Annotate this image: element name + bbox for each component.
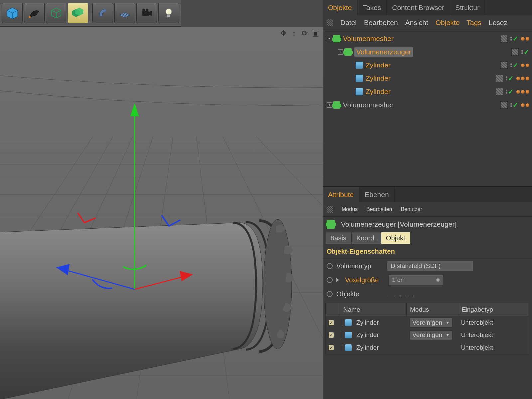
tree-expander-icon[interactable]: - <box>327 36 332 41</box>
svg-point-14 <box>146 9 148 11</box>
row-checkbox[interactable]: ✓ <box>328 332 334 338</box>
tree-expander-icon[interactable]: + <box>327 102 332 108</box>
tag-icon[interactable] <box>521 90 525 94</box>
tree-node-label[interactable]: Zylinder <box>366 61 391 69</box>
cylinder-icon <box>345 319 352 326</box>
tag-icon[interactable] <box>526 37 529 41</box>
tag-icon[interactable] <box>526 64 529 67</box>
attr-menu-bearbeiten[interactable]: Bearbeiten <box>366 206 392 212</box>
viewport-perspective[interactable]: ✥ ↕ ⟳ ▣ <box>0 27 323 399</box>
input-voxelgroesse[interactable]: 1 cm <box>388 275 443 285</box>
th-eingabetyp[interactable]: Eingabetyp <box>458 303 529 316</box>
row-object-name: Zylinder <box>356 332 379 339</box>
tree-node-label[interactable]: Volumenmesher <box>343 35 394 43</box>
menu-objekte[interactable]: Objekte <box>435 19 459 27</box>
tab-takes[interactable]: Takes <box>357 0 387 15</box>
subtab-basis[interactable]: Basis <box>325 232 351 244</box>
tag-icon[interactable] <box>526 77 529 80</box>
row-checkbox[interactable]: ✓ <box>328 345 334 351</box>
layer-toggle-icon[interactable] <box>500 101 508 109</box>
tree-node-label[interactable]: Zylinder <box>366 88 391 96</box>
tab-content-browser[interactable]: Content Browser <box>387 0 450 15</box>
tag-icon[interactable] <box>521 103 525 107</box>
tag-icon[interactable] <box>526 90 529 94</box>
visibility-check-icon[interactable]: ✓ <box>513 35 518 43</box>
attr-menu-benutzer[interactable]: Benutzer <box>401 206 422 212</box>
dropdown-volumentyp[interactable]: Distanzfeld (SDF) <box>387 261 473 271</box>
layer-toggle-icon[interactable] <box>500 62 508 69</box>
visibility-check-icon[interactable]: ✓ <box>513 61 518 69</box>
row-input-type: Unterobjekt <box>458 344 529 351</box>
wireframe-modifier-button[interactable] <box>46 3 66 23</box>
table-row[interactable]: ✓ZylinderUnterobjekt <box>326 341 529 354</box>
svg-marker-12 <box>149 11 152 16</box>
table-row[interactable]: ✓ZylinderVereinigen▼Unterobjekt <box>326 316 529 329</box>
object-hierarchy-tree[interactable]: -Volumenmesher✓-Volumenerzeuger✓Zylinder… <box>323 30 532 186</box>
row-checkbox[interactable]: ✓ <box>328 320 334 326</box>
layer-toggle-icon[interactable] <box>511 48 519 56</box>
menu-ansicht[interactable]: Ansicht <box>405 19 428 27</box>
layer-toggle-icon[interactable] <box>496 75 503 82</box>
tree-node[interactable]: Zylinder✓ <box>323 59 532 72</box>
tab-ebenen[interactable]: Ebenen <box>359 187 394 202</box>
visibility-check-icon[interactable]: ✓ <box>508 88 514 96</box>
tab-objekte[interactable]: Objekte <box>323 0 357 15</box>
menu-lesezeichen[interactable]: Lesez <box>489 19 507 27</box>
model-cylinder <box>0 219 293 399</box>
anim-toggle-icon[interactable] <box>327 277 332 283</box>
layer-toggle-icon[interactable] <box>500 35 508 42</box>
attr-menu-modus[interactable]: Modus <box>342 206 358 212</box>
light-button[interactable] <box>158 3 179 23</box>
panel-grip-icon[interactable] <box>327 19 333 26</box>
tag-icon[interactable] <box>521 77 525 80</box>
floor-plane-button[interactable] <box>114 3 135 23</box>
tab-struktur[interactable]: Struktur <box>450 0 485 15</box>
tag-icon[interactable] <box>516 90 520 94</box>
tree-node-label[interactable]: Volumenerzeuger <box>354 47 413 57</box>
visibility-check-icon[interactable]: ✓ <box>513 101 518 109</box>
mode-dropdown[interactable]: Vereinigen▼ <box>409 318 453 328</box>
objects-table: Name Modus Eingabetyp ✓ZylinderVereinige… <box>325 303 529 354</box>
menu-bearbeiten[interactable]: Bearbeiten <box>364 19 398 27</box>
camera-button[interactable] <box>136 3 157 23</box>
tree-node-label[interactable]: Volumenmesher <box>343 101 394 109</box>
th-modus[interactable]: Modus <box>407 303 458 316</box>
tree-node[interactable]: +Volumenmesher✓ <box>323 98 532 112</box>
tag-icon[interactable] <box>521 37 525 41</box>
panel-grip-icon[interactable] <box>327 206 333 213</box>
tag-icon[interactable] <box>526 103 529 107</box>
pen-tool-button[interactable] <box>24 3 45 23</box>
svg-point-13 <box>142 9 145 11</box>
tree-node[interactable]: Zylinder✓ <box>323 72 532 85</box>
menu-datei[interactable]: Datei <box>340 19 357 27</box>
anim-toggle-icon[interactable] <box>327 291 332 297</box>
tag-icon[interactable] <box>516 77 520 80</box>
tag-icon[interactable] <box>521 64 525 67</box>
tree-node[interactable]: -Volumenerzeuger✓ <box>323 45 532 59</box>
prop-objekte: Objekte . . . . . <box>323 287 532 301</box>
svg-point-2 <box>29 16 31 18</box>
visibility-check-icon[interactable]: ✓ <box>524 48 529 56</box>
ellipsis-icon: . . . . . <box>387 290 416 298</box>
instance-modifier-button[interactable] <box>68 3 88 23</box>
subtab-koord[interactable]: Koord. <box>351 232 381 244</box>
cylinder-icon <box>356 75 363 82</box>
row-object-name: Zylinder <box>356 344 379 351</box>
visibility-check-icon[interactable]: ✓ <box>508 74 514 82</box>
tree-node[interactable]: Zylinder✓ <box>323 85 532 98</box>
cube-tool-button[interactable] <box>2 3 23 23</box>
mode-dropdown[interactable]: Vereinigen▼ <box>409 330 453 340</box>
tree-node[interactable]: -Volumenmesher✓ <box>323 32 532 45</box>
expand-arrow-icon[interactable] <box>336 278 339 282</box>
tree-node-label[interactable]: Zylinder <box>366 74 391 82</box>
tree-expander-icon[interactable]: - <box>338 49 343 55</box>
subtab-objekt[interactable]: Objekt <box>381 232 410 244</box>
table-row[interactable]: ✓ZylinderVereinigen▼Unterobjekt <box>326 329 529 341</box>
layer-toggle-icon[interactable] <box>496 88 503 95</box>
bend-deformer-button[interactable] <box>92 3 113 23</box>
menu-tags[interactable]: Tags <box>467 19 481 27</box>
th-name[interactable]: Name <box>340 303 407 316</box>
stepper-icon[interactable] <box>436 278 440 282</box>
tab-attribute[interactable]: Attribute <box>323 187 359 202</box>
anim-toggle-icon[interactable] <box>327 263 332 269</box>
